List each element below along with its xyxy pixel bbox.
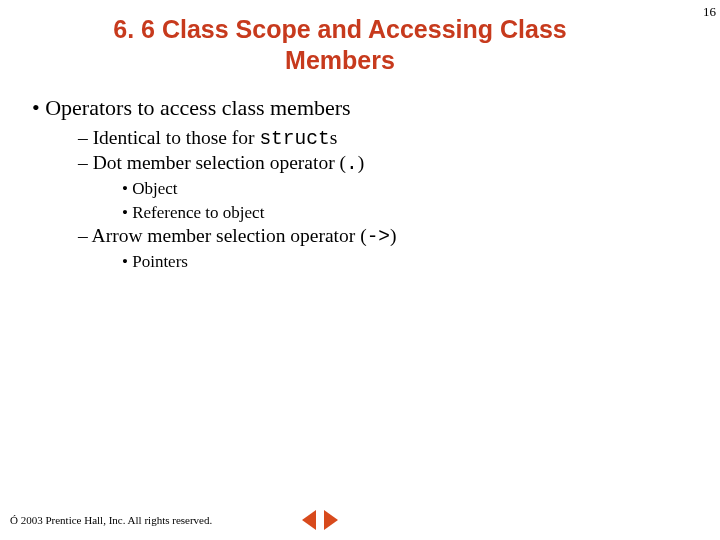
code-text: -> bbox=[367, 226, 390, 248]
bullet-l2: Arrow member selection operator (->) bbox=[78, 225, 700, 248]
bullet-text: ) bbox=[358, 152, 365, 173]
copyright-text: Ó 2003 Prentice Hall, Inc. All rights re… bbox=[10, 514, 212, 526]
bullet-l2: Dot member selection operator (.) bbox=[78, 152, 700, 175]
bullet-text: Object bbox=[132, 179, 177, 198]
code-text: struct bbox=[259, 128, 329, 150]
bullet-text: Dot member selection operator ( bbox=[93, 152, 346, 173]
footer: Ó 2003 Prentice Hall, Inc. All rights re… bbox=[10, 510, 710, 530]
slide-title: 6. 6 Class Scope and Accessing Class Mem… bbox=[0, 0, 720, 77]
code-text: . bbox=[346, 153, 358, 175]
bullet-l3: Reference to object bbox=[122, 203, 700, 223]
bullet-l1: Operators to access class members bbox=[32, 95, 700, 121]
slide-content: Operators to access class members Identi… bbox=[0, 77, 720, 272]
prev-icon[interactable] bbox=[302, 510, 316, 530]
bullet-text: ) bbox=[390, 225, 397, 246]
bullet-l2: Identical to those for structs bbox=[78, 127, 700, 150]
bullet-text: Arrow member selection operator ( bbox=[92, 225, 367, 246]
bullet-text: Operators to access class members bbox=[45, 95, 350, 120]
next-icon[interactable] bbox=[324, 510, 338, 530]
nav-controls bbox=[302, 510, 338, 530]
page-number: 16 bbox=[703, 4, 716, 20]
bullet-l3: Object bbox=[122, 179, 700, 199]
bullet-text: Pointers bbox=[132, 252, 188, 271]
title-line-2: Members bbox=[285, 46, 395, 74]
bullet-text: s bbox=[330, 127, 338, 148]
bullet-text: Identical to those for bbox=[93, 127, 260, 148]
bullet-l3: Pointers bbox=[122, 252, 700, 272]
bullet-text: Reference to object bbox=[132, 203, 264, 222]
title-line-1: 6. 6 Class Scope and Accessing Class bbox=[113, 15, 566, 43]
